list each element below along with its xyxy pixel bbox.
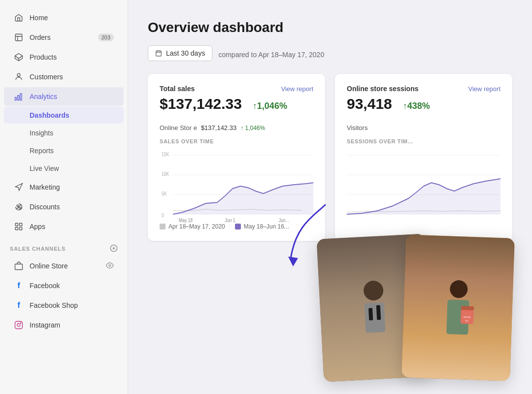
products-icon — [14, 52, 24, 62]
discounts-icon — [14, 202, 24, 212]
sidebar-item-label: Instagram — [30, 321, 60, 329]
analytics-icon — [14, 92, 24, 101]
svg-rect-4 — [15, 98, 17, 100]
svg-rect-13 — [20, 228, 22, 230]
sessions-card-header: Online store sessions View report — [347, 85, 500, 93]
instagram-icon — [14, 320, 24, 330]
sidebar-item-label: Facebook Shop — [30, 301, 78, 309]
legend-prev-dot — [160, 224, 166, 230]
svg-text:Jun 1: Jun 1 — [225, 217, 235, 223]
svg-rect-46 — [368, 308, 373, 320]
sessions-chart-section: SESSIONS OVER TIM... — [347, 138, 500, 218]
svg-point-20 — [17, 324, 20, 327]
svg-point-21 — [21, 323, 21, 323]
calendar-icon — [155, 50, 162, 57]
svg-text:0: 0 — [162, 212, 164, 218]
sidebar-item-live-view[interactable]: Live View — [4, 160, 124, 177]
sidebar-item-label: Reports — [30, 147, 54, 155]
svg-marker-42 — [347, 179, 500, 214]
sidebar-item-apps[interactable]: Apps — [4, 217, 124, 236]
sessions-sub-row: Visitors — [347, 124, 500, 131]
sidebar-item-label: Dashboards — [30, 111, 69, 119]
svg-rect-45 — [365, 302, 386, 333]
legend-prev-label: Apr 18–May 17, 2020 — [168, 223, 225, 230]
online-store-value: $137,142.33 — [201, 124, 236, 131]
svg-rect-10 — [15, 223, 18, 226]
orders-badge: 203 — [98, 33, 114, 41]
sidebar-item-products[interactable]: Products — [4, 48, 124, 66]
sidebar-item-facebook-shop[interactable]: f Facebook Shop — [4, 296, 124, 315]
svg-text:10K: 10K — [162, 171, 169, 177]
sidebar-item-instagram[interactable]: Instagram — [4, 316, 124, 334]
sidebar-item-analytics[interactable]: Analytics — [4, 87, 124, 106]
total-sales-value: $137,142.33 — [160, 96, 242, 112]
sidebar-item-online-store[interactable]: Online Store — [4, 257, 124, 275]
svg-text:May 18: May 18 — [179, 217, 193, 223]
total-sales-change: ↑1,046% — [253, 101, 287, 111]
sessions-card: Online store sessions View report 93,418… — [335, 74, 512, 241]
sessions-label: Online store sessions — [347, 85, 419, 93]
svg-rect-0 — [15, 34, 22, 41]
legend-current-dot — [235, 224, 241, 230]
sidebar-item-label: Discounts — [30, 203, 60, 211]
sessions-view-report[interactable]: View report — [468, 85, 500, 93]
add-channel-icon[interactable] — [110, 244, 118, 253]
sidebar-item-dashboards[interactable]: Dashboards — [4, 107, 124, 124]
apps-icon — [14, 222, 24, 231]
sidebar-item-label: Online Store — [30, 262, 68, 270]
svg-rect-5 — [18, 96, 19, 100]
svg-text:5K: 5K — [162, 191, 167, 197]
svg-marker-43 — [288, 257, 298, 266]
svg-rect-47 — [376, 305, 381, 320]
visitors-label: Visitors — [347, 124, 367, 131]
eye-icon[interactable] — [106, 262, 114, 271]
total-sales-view-report[interactable]: View report — [281, 85, 313, 93]
date-range-label: Last 30 days — [166, 49, 205, 57]
facebook-icon: f — [14, 281, 24, 291]
card-header: Total sales View report — [160, 85, 313, 93]
sidebar-item-facebook[interactable]: f Facebook — [4, 276, 124, 295]
sidebar: Home Orders 203 Products — [0, 0, 128, 394]
total-sales-label: Total sales — [160, 85, 195, 93]
home-icon — [14, 13, 24, 23]
orders-icon — [14, 33, 24, 42]
svg-rect-19 — [15, 322, 23, 329]
main-content: Overview dashboard Last 30 days compared… — [128, 0, 532, 394]
sidebar-item-customers[interactable]: Customers — [4, 67, 124, 86]
svg-point-48 — [450, 280, 468, 298]
sidebar-item-label: Insights — [30, 129, 53, 137]
sidebar-item-discounts[interactable]: Discounts — [4, 197, 124, 216]
online-store-change: ↑ 1,046% — [240, 125, 265, 131]
sidebar-item-label: Orders — [30, 33, 51, 41]
sessions-value: 93,418 — [347, 96, 392, 112]
sidebar-item-home[interactable]: Home — [4, 8, 124, 27]
sales-channels-section: SALES CHANNELS — [0, 236, 128, 256]
sidebar-item-label: Analytics — [30, 93, 57, 100]
svg-text:MOSS: MOSS — [464, 315, 471, 319]
svg-point-44 — [363, 280, 384, 301]
svg-rect-11 — [20, 223, 22, 226]
sessions-change: ↑438% — [403, 101, 430, 111]
svg-rect-17 — [15, 264, 23, 269]
svg-point-3 — [17, 73, 20, 76]
date-filter-button[interactable]: Last 30 days — [148, 45, 212, 61]
sessions-chart-title: SESSIONS OVER TIM... — [347, 138, 500, 144]
facebook-shop-icon: f — [14, 300, 24, 310]
total-sales-sub-row: Online Stor e $137,142.33 ↑ 1,046% — [160, 124, 313, 131]
svg-point-8 — [19, 207, 21, 209]
svg-rect-12 — [15, 228, 18, 230]
sidebar-item-label: Facebook — [30, 282, 60, 290]
marketing-icon — [14, 182, 24, 192]
sidebar-item-insights[interactable]: Insights — [4, 125, 124, 141]
svg-point-7 — [17, 205, 19, 207]
sidebar-item-marketing[interactable]: Marketing — [4, 178, 124, 197]
sidebar-item-reports[interactable]: Reports — [4, 142, 124, 159]
store-icon — [14, 261, 24, 271]
sidebar-item-label: Live View — [30, 164, 59, 172]
sidebar-item-orders[interactable]: Orders 203 — [4, 28, 124, 47]
sidebar-item-label: Products — [30, 53, 57, 61]
svg-rect-6 — [20, 94, 22, 100]
chart-title: SALES OVER TIME — [160, 138, 313, 144]
svg-point-18 — [109, 264, 111, 266]
legend-prev: Apr 18–May 17, 2020 — [160, 223, 225, 230]
